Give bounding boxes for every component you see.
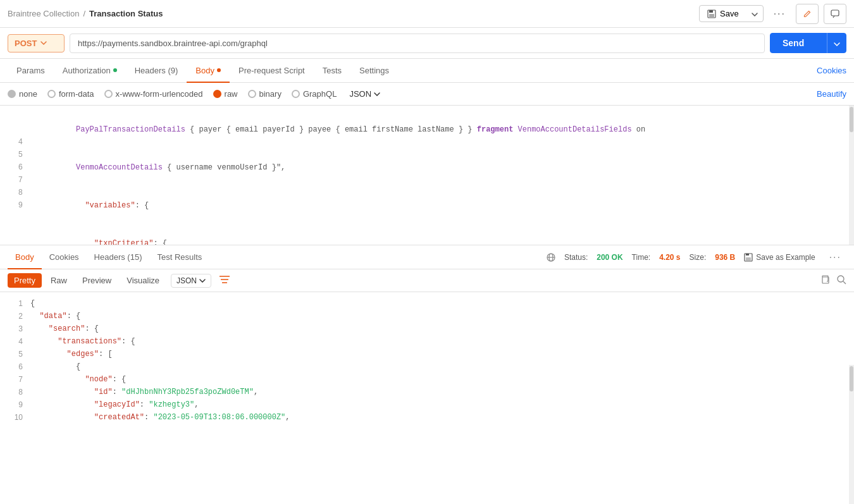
filter-icon-wrapper[interactable] xyxy=(219,275,230,286)
json-type-select[interactable]: JSON xyxy=(349,89,380,99)
response-code-content: { "data": { "search": { "transactions": … xyxy=(23,292,854,429)
editor-scrollbar[interactable] xyxy=(849,106,854,245)
breadcrumb: Braintree Collection / Transaction Statu… xyxy=(8,9,163,18)
copy-icon xyxy=(820,274,830,285)
save-example-icon xyxy=(744,253,753,262)
response-status: Status: 200 OK Time: 4.20 s Size: 936 B … xyxy=(547,249,846,266)
option-graphql[interactable]: GraphQL xyxy=(292,89,337,99)
breadcrumb-current: Transaction Status xyxy=(89,9,163,18)
method-chevron-icon xyxy=(40,41,47,45)
svg-point-14 xyxy=(838,276,844,282)
option-form-data[interactable]: form-data xyxy=(47,89,94,99)
response-json-select[interactable]: JSON xyxy=(171,274,211,288)
fmt-tab-preview[interactable]: Preview xyxy=(76,273,118,288)
format-chevron-icon xyxy=(199,279,206,283)
send-button[interactable]: Send xyxy=(770,33,827,53)
resp-tab-body[interactable]: Body xyxy=(8,246,42,269)
comment-icon xyxy=(831,9,839,18)
request-editor: 4 5 6 7 8 9 PayPalTransactionDetails { p… xyxy=(0,106,854,245)
save-example-label: Save as Example xyxy=(756,253,815,262)
tab-authorization[interactable]: Authorization xyxy=(54,59,126,83)
response-line-numbers: 1 2 3 4 5 6 7 8 9 10 xyxy=(0,292,23,429)
method-label: POST xyxy=(15,39,37,48)
edit-button[interactable] xyxy=(796,4,819,24)
response-format-label: JSON xyxy=(176,276,197,285)
save-example-button[interactable]: Save as Example xyxy=(744,253,815,262)
more-options-button[interactable]: ··· xyxy=(769,5,791,23)
request-code-scroll[interactable]: 4 5 6 7 8 9 PayPalTransactionDetails { p… xyxy=(0,106,854,245)
send-dropdown-button[interactable] xyxy=(827,33,846,53)
response-size: 936 B xyxy=(715,253,735,262)
request-tabs: Params Authorization Headers (9) Body Pr… xyxy=(0,59,854,83)
url-bar: POST Send xyxy=(0,28,854,59)
body-dot xyxy=(217,68,221,72)
line-numbers: 4 5 6 7 8 9 xyxy=(0,106,23,245)
body-options-row: none form-data x-www-form-urlencoded raw… xyxy=(0,83,854,106)
fmt-tab-pretty[interactable]: Pretty xyxy=(8,273,42,288)
authorization-dot xyxy=(113,68,117,72)
method-select[interactable]: POST xyxy=(8,34,65,52)
option-binary[interactable]: binary xyxy=(248,89,282,99)
svg-rect-8 xyxy=(746,254,749,255)
edit-icon xyxy=(803,9,812,18)
tab-tests[interactable]: Tests xyxy=(314,59,350,83)
save-icon xyxy=(707,9,716,18)
chevron-down-icon xyxy=(752,13,758,16)
response-more-button[interactable]: ··· xyxy=(824,249,846,266)
fmt-tab-visualize[interactable]: Visualize xyxy=(120,273,166,288)
svg-rect-9 xyxy=(746,257,751,261)
search-icon xyxy=(836,274,846,285)
tab-body[interactable]: Body xyxy=(187,59,230,83)
response-action-icons xyxy=(820,274,846,287)
radio-form-data[interactable] xyxy=(47,90,56,98)
url-input[interactable] xyxy=(70,34,765,53)
top-bar: Braintree Collection / Transaction Statu… xyxy=(0,0,854,28)
save-dropdown-button[interactable] xyxy=(746,6,763,22)
response-time: 4.20 s xyxy=(659,253,680,262)
radio-raw[interactable] xyxy=(213,90,221,98)
resp-tab-test-results[interactable]: Test Results xyxy=(149,246,209,269)
tab-pre-request[interactable]: Pre-request Script xyxy=(230,59,314,83)
fmt-tab-raw[interactable]: Raw xyxy=(44,273,73,288)
option-urlencoded[interactable]: x-www-form-urlencoded xyxy=(104,89,203,99)
request-code-content: PayPalTransactionDetails { payer { email… xyxy=(23,106,854,245)
option-raw[interactable]: raw xyxy=(213,89,238,99)
tab-settings[interactable]: Settings xyxy=(350,59,398,83)
send-chevron-icon xyxy=(834,42,840,46)
json-chevron-icon xyxy=(374,92,380,96)
svg-line-15 xyxy=(843,281,846,284)
radio-none[interactable] xyxy=(8,90,16,98)
globe-icon xyxy=(547,253,555,262)
send-label: Send xyxy=(783,38,804,48)
svg-rect-2 xyxy=(709,14,714,17)
radio-binary[interactable] xyxy=(248,90,256,98)
search-button[interactable] xyxy=(836,274,846,287)
breadcrumb-separator: / xyxy=(83,9,85,18)
resp-tab-cookies[interactable]: Cookies xyxy=(42,246,87,269)
response-code-area[interactable]: 1 2 3 4 5 6 7 8 9 10 { "data": { "search… xyxy=(0,292,854,500)
save-button[interactable]: Save xyxy=(700,6,746,22)
svg-rect-3 xyxy=(831,10,839,16)
breadcrumb-collection: Braintree Collection xyxy=(8,9,79,18)
response-format-row: Pretty Raw Preview Visualize JSON xyxy=(0,269,854,292)
option-none[interactable]: none xyxy=(8,89,37,99)
status-code: 200 OK xyxy=(597,253,622,262)
save-label: Save xyxy=(720,9,739,18)
filter-icon xyxy=(219,275,230,284)
top-bar-actions: Save ··· xyxy=(699,4,846,24)
resp-tab-headers[interactable]: Headers (15) xyxy=(87,246,150,269)
copy-button[interactable] xyxy=(820,274,830,287)
response-scrollbar[interactable] xyxy=(849,365,854,500)
comment-button[interactable] xyxy=(824,4,846,24)
beautify-button[interactable]: Beautify xyxy=(817,89,846,99)
radio-graphql[interactable] xyxy=(292,90,300,98)
response-header: Body Cookies Headers (15) Test Results S… xyxy=(0,245,854,269)
tab-params[interactable]: Params xyxy=(8,59,54,83)
svg-rect-1 xyxy=(709,10,713,13)
json-type-label: JSON xyxy=(349,89,371,99)
tab-headers[interactable]: Headers (9) xyxy=(126,59,187,83)
cookies-link[interactable]: Cookies xyxy=(817,59,846,82)
save-button-group[interactable]: Save xyxy=(699,5,764,22)
radio-urlencoded[interactable] xyxy=(104,90,113,98)
